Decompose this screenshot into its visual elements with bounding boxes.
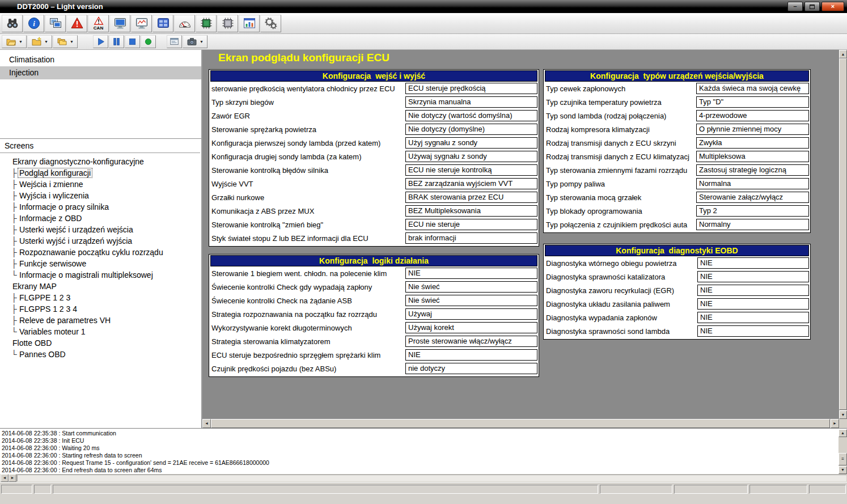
config-value-field[interactable]: O płynnie zmiennej mocy [696, 124, 809, 135]
warning-button[interactable] [66, 15, 87, 32]
screens-tree-item[interactable]: ├Usterki wyjść i urządzeń wyjścia [0, 235, 200, 247]
scroll-up-button[interactable]: ▲ [839, 50, 847, 58]
chip-gray-button[interactable] [217, 15, 238, 32]
config-value-field[interactable]: ECU nie steruje kontrolką [405, 164, 537, 176]
dropdown-caret-icon[interactable]: ▼ [19, 40, 23, 44]
vertical-scroll-thumb[interactable] [839, 58, 847, 410]
screens-tree-item[interactable]: ├FLGPPE 1 2 3 [0, 292, 200, 303]
screens-tree-item[interactable]: ├Informacje z OBD [0, 213, 200, 224]
pause-button[interactable] [109, 35, 124, 48]
config-value-field[interactable]: NIE [405, 349, 537, 361]
config-value-field[interactable]: Używaj [405, 308, 537, 320]
config-value-field[interactable]: Nie dotyczy (wartość domyślna) [405, 110, 537, 121]
monitor-button[interactable] [109, 15, 130, 32]
config-value-field[interactable]: NIE [697, 271, 809, 282]
config-value-field[interactable]: Normalna [696, 178, 809, 189]
config-value-field[interactable]: brak informacji [405, 232, 537, 244]
config-value-field[interactable]: ECU steruje prędkością [405, 83, 537, 94]
log-scroll-left-button[interactable]: ◄ [1, 474, 9, 482]
camera-button[interactable]: ▼ [183, 35, 207, 48]
config-value-field[interactable]: Używaj korekt [405, 322, 537, 333]
config-value-field[interactable]: Typ "D" [696, 96, 809, 108]
config-value-field[interactable]: BRAK sterowania przez ECU [405, 192, 537, 203]
config-value-field[interactable]: Zwykła [696, 137, 809, 149]
screens-tree-item[interactable]: └Variables moteur 1 [0, 326, 200, 337]
screens-tree-item[interactable]: ├Rozpoznawanie początku cyklu rozrządu [0, 247, 200, 258]
titlebar[interactable]: DDT2000 – Light version – × [0, 0, 847, 13]
device-list-item[interactable]: Climatisation [0, 53, 201, 66]
config-value-field[interactable]: ECU nie steruje [405, 219, 537, 230]
config-value-field[interactable]: Nie dotyczy (domyślne) [405, 124, 537, 135]
can-warning-button[interactable]: CAN [88, 15, 109, 32]
screens-tree-item[interactable]: ├Wejścia i zmienne [0, 179, 200, 190]
config-value-field[interactable]: NIE [697, 257, 809, 269]
record-button[interactable] [141, 35, 156, 48]
info-button[interactable]: i [23, 15, 44, 32]
config-value-field[interactable]: NIE [697, 312, 809, 323]
config-value-field[interactable]: NIE [697, 325, 809, 337]
config-value-field[interactable]: NIE [697, 298, 809, 310]
monitor-graph-button[interactable] [131, 15, 152, 32]
config-value-field[interactable]: Nie świeć [405, 281, 537, 293]
maximize-button[interactable] [804, 2, 820, 11]
config-value-field[interactable]: Normalny [696, 219, 809, 230]
screens-tree-item[interactable]: Ekrany diagnostyczno-konfiguracyjne [0, 156, 200, 167]
main-vertical-scrollbar[interactable]: ▲ ▼ [839, 50, 847, 419]
screens-tree-item[interactable]: ├Funkcje serwisowe [0, 258, 200, 269]
config-value-field[interactable]: Nie świeć [405, 295, 537, 306]
horizontal-scroll-thumb[interactable] [211, 419, 830, 428]
screens-tree-item[interactable]: ├Informacje o pracy silnika [0, 201, 200, 213]
log-horizontal-scrollbar[interactable]: ◄ ► [0, 474, 847, 482]
form-window-button[interactable] [167, 35, 182, 48]
dropdown-caret-icon[interactable]: ▼ [44, 40, 48, 44]
log-vertical-scrollbar[interactable]: ▲ ≡ ▼ [838, 429, 847, 474]
screens-tree-item[interactable]: └Pannes OBD [0, 349, 200, 360]
scroll-left-button[interactable]: ◄ [202, 419, 211, 428]
config-value-field[interactable]: Typ 2 [696, 205, 809, 217]
config-value-field[interactable]: nie dotyczy [405, 363, 537, 374]
config-value-field[interactable]: Skrzynia manualna [405, 96, 537, 108]
play-button[interactable] [93, 35, 108, 48]
config-value-field[interactable]: Użyj sygnału z sondy [405, 137, 537, 149]
gears-button[interactable] [260, 15, 281, 32]
screens-tree-item[interactable]: Flotte OBD [0, 337, 200, 349]
screens-tree-item[interactable]: ├Wyjścia i wyliczenia [0, 190, 200, 201]
gauge-button[interactable] [174, 15, 195, 32]
screens-tree-item[interactable]: ├Usterki wejść i urządzeń wejścia [0, 224, 200, 235]
chip-green-button[interactable] [196, 15, 217, 32]
config-value-field[interactable]: Sterowanie załącz/wyłącz [696, 192, 809, 203]
dropdown-caret-icon[interactable]: ▼ [200, 40, 204, 44]
config-value-field[interactable]: Używaj sygnału z sondy [405, 151, 537, 162]
config-value-field[interactable]: Multipleksowa [696, 151, 809, 162]
folder-new-button[interactable]: ▼ [27, 35, 52, 48]
config-value-field[interactable]: Proste sterowanie włącz/wyłącz [405, 336, 537, 347]
log-scroll-thumb[interactable]: ≡ [838, 453, 847, 465]
graph-window-button[interactable] [239, 15, 260, 32]
dropdown-caret-icon[interactable]: ▼ [70, 40, 74, 44]
minimize-button[interactable]: – [787, 2, 803, 11]
screens-tree-item[interactable]: Ekrany MAP [0, 281, 200, 292]
screens-tree-item[interactable]: ├FLGPPS 1 2 3 4 [0, 303, 200, 315]
log-scroll-right-button[interactable]: ► [9, 474, 16, 482]
scroll-right-button[interactable]: ► [831, 419, 839, 428]
config-value-field[interactable]: BEZ zarządzania wyjściem VVT [405, 178, 537, 189]
panel-button[interactable] [153, 15, 173, 32]
close-button[interactable]: × [821, 2, 844, 11]
config-value-field[interactable]: Każda świeca ma swoją cewkę [696, 83, 809, 94]
config-value-field[interactable]: Zastosuj strategię logiczną [696, 164, 809, 176]
log-horizontal-scroll-track[interactable] [17, 475, 846, 481]
config-value-field[interactable]: 4-przewodowe [696, 110, 809, 121]
folders-button[interactable]: ▼ [53, 35, 78, 48]
main-horizontal-scrollbar[interactable]: ◄ ► [202, 419, 839, 428]
device-list-item[interactable]: Injection [0, 66, 201, 79]
scroll-down-button[interactable]: ▼ [839, 410, 847, 419]
config-value-field[interactable]: BEZ Multipleksowania [405, 205, 537, 217]
screens-tree-item[interactable]: ├Releve de parametres VH [0, 315, 200, 326]
config-value-field[interactable]: NIE [697, 285, 809, 296]
screens-button[interactable] [45, 15, 66, 32]
screens-tree-item[interactable]: └Informacje o magistrali multipleksowej [0, 269, 200, 281]
screens-tree-item[interactable]: ├Podgląd konfiguracji [0, 167, 200, 179]
binoculars-button[interactable] [2, 15, 23, 32]
log-scroll-down-button[interactable]: ▼ [838, 466, 847, 474]
config-value-field[interactable]: NIE [405, 268, 537, 279]
